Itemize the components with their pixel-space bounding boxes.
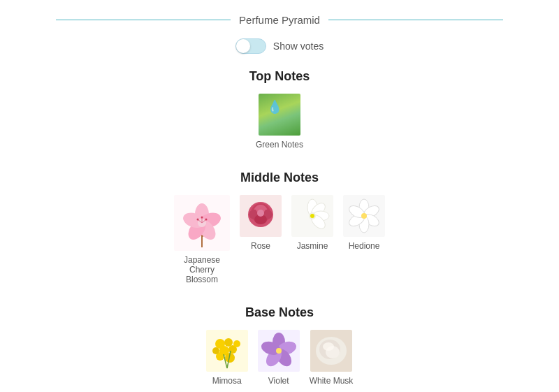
svg-point-46: [233, 340, 240, 347]
title-line-left: [56, 20, 231, 20]
note-image-cherry-blossom: [174, 195, 230, 251]
note-label-white-musk: White Musk: [310, 376, 354, 386]
note-label-mimosa: Mimosa: [212, 376, 242, 386]
note-label-hedione: Hedione: [349, 241, 380, 251]
svg-point-38: [361, 213, 367, 219]
mimosa-svg: [206, 330, 248, 372]
note-item-rose[interactable]: Rose: [240, 195, 282, 251]
svg-point-47: [212, 347, 219, 354]
rose-svg: [240, 195, 282, 237]
base-notes-heading: Base Notes: [245, 305, 314, 320]
middle-notes-section: Middle Notes: [0, 170, 559, 298]
middle-notes-heading: Middle Notes: [240, 170, 319, 185]
base-notes-items: Mimosa Violet: [206, 330, 354, 386]
note-item-green-notes[interactable]: Green Notes: [256, 94, 303, 150]
white-musk-svg: [310, 330, 352, 372]
title-row: Perfume Pyramid: [56, 14, 503, 26]
svg-point-56: [276, 348, 282, 354]
violet-svg: [258, 330, 300, 372]
toggle-label: Show votes: [273, 41, 324, 52]
middle-notes-items: Japanese Cherry Blossom: [174, 195, 385, 284]
note-item-violet[interactable]: Violet: [258, 330, 300, 386]
base-notes-section: Base Notes: [0, 305, 559, 392]
title-line-right: [328, 20, 503, 20]
svg-point-41: [224, 338, 233, 347]
note-label-rose: Rose: [251, 241, 270, 251]
note-item-mimosa[interactable]: Mimosa: [206, 330, 248, 386]
note-image-rose: [240, 195, 282, 237]
top-notes-section: Top Notes Green Notes: [0, 69, 559, 164]
note-label-cherry-blossom: Japanese Cherry Blossom: [174, 255, 230, 284]
jasmine-svg: [291, 195, 333, 237]
toggle-row: Show votes: [235, 38, 324, 54]
svg-point-30: [310, 214, 314, 218]
svg-point-12: [201, 217, 203, 219]
note-item-hedione[interactable]: Hedione: [343, 195, 385, 251]
note-image-green-notes: [259, 94, 300, 136]
note-image-mimosa: [206, 330, 248, 372]
show-votes-toggle[interactable]: [235, 38, 266, 54]
page-container: Perfume Pyramid Show votes Top Notes Gre…: [0, 0, 559, 392]
note-item-white-musk[interactable]: White Musk: [310, 330, 354, 386]
green-notes-img: [259, 94, 300, 136]
note-image-jasmine: [291, 195, 333, 237]
note-image-hedione: [343, 195, 385, 237]
note-item-jasmine[interactable]: Jasmine: [291, 195, 333, 251]
top-notes-heading: Top Notes: [249, 69, 310, 84]
svg-point-61: [323, 342, 334, 351]
svg-point-14: [197, 219, 199, 221]
note-label-green-notes: Green Notes: [256, 140, 303, 150]
hedione-svg: [343, 195, 385, 237]
note-label-jasmine: Jasmine: [297, 241, 328, 251]
note-image-white-musk: [310, 330, 352, 372]
note-image-violet: [258, 330, 300, 372]
cherry-blossom-svg: [174, 195, 230, 251]
page-title: Perfume Pyramid: [239, 14, 320, 26]
note-item-japanese-cherry-blossom[interactable]: Japanese Cherry Blossom: [174, 195, 230, 284]
note-label-violet: Violet: [268, 376, 289, 386]
svg-point-13: [205, 219, 208, 221]
svg-point-23: [257, 210, 264, 217]
toggle-knob: [236, 39, 250, 53]
top-notes-items: Green Notes: [256, 94, 303, 150]
